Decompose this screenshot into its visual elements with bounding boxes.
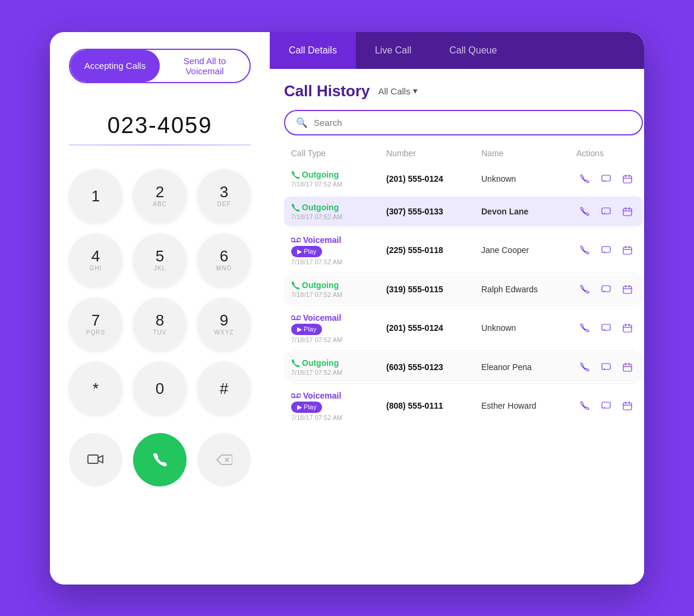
call-action-message-icon[interactable] [598, 242, 614, 258]
call-action-message-icon[interactable] [598, 359, 614, 375]
right-panel: Call Details Live Call Call Queue Call H… [270, 32, 644, 585]
chevron-down-icon: ▾ [413, 86, 418, 96]
svg-rect-21 [602, 286, 610, 292]
call-action-message-icon[interactable] [598, 320, 614, 336]
dial-key-0[interactable]: 0 [133, 362, 187, 415]
call-name: Ralph Edwards [481, 285, 576, 294]
call-button[interactable] [133, 433, 187, 487]
call-action-phone-icon[interactable] [576, 397, 593, 414]
action-bar [69, 433, 251, 487]
row-divider [291, 305, 636, 306]
play-button[interactable]: ▶ Play [291, 246, 322, 257]
call-action-phone-icon[interactable] [576, 170, 593, 187]
video-call-button[interactable] [69, 433, 122, 487]
dial-key-1[interactable]: 1 [69, 169, 122, 223]
toggle-bar: Accepting Calls Send All to Voicemail [69, 49, 251, 83]
dial-key-3[interactable]: 3DEF [197, 169, 251, 223]
svg-rect-30 [623, 325, 632, 332]
svg-point-14 [297, 238, 301, 242]
svg-rect-16 [602, 247, 610, 252]
svg-rect-29 [602, 324, 610, 330]
dial-key-9[interactable]: 9WXYZ [197, 298, 251, 351]
search-input[interactable] [314, 118, 631, 128]
phone-divider [69, 144, 251, 146]
table-header: Call Type Number Name Actions [284, 145, 643, 162]
accepting-calls-button[interactable]: Accepting Calls [70, 50, 160, 82]
search-icon: 🔍 [296, 117, 308, 128]
call-row[interactable]: Outgoing7/18/17 07:52 AM(603) 555-0123El… [284, 352, 643, 382]
call-type-cell: Outgoing7/18/17 07:52 AM [291, 170, 386, 188]
call-name: Unknown [481, 174, 576, 184]
call-number: (201) 555-0124 [386, 323, 481, 333]
dial-key-5[interactable]: 5JKL [133, 233, 187, 287]
filter-dropdown[interactable]: All Calls ▾ [378, 86, 418, 96]
svg-rect-17 [623, 247, 632, 254]
dialpad: 12ABC3DEF4GHI5JKL6MNO7PQRS8TUV9WXYZ*0# [69, 169, 251, 415]
call-name: Devon Lane [481, 207, 576, 216]
call-action-phone-icon[interactable] [576, 359, 593, 375]
col-number: Number [386, 149, 481, 158]
tab-live-call[interactable]: Live Call [356, 32, 430, 69]
call-type-cell: Voicemail▶ Play7/18/17 07:52 AM [291, 313, 386, 343]
right-content: Call History All Calls ▾ 🔍 Call Type Num… [270, 69, 644, 585]
dial-key-4[interactable]: 4GHI [69, 233, 122, 287]
call-action-calendar-icon[interactable] [619, 170, 636, 187]
call-type-cell: Voicemail▶ Play7/18/17 07:52 AM [291, 235, 386, 266]
svg-rect-9 [623, 209, 632, 216]
call-action-message-icon[interactable] [598, 170, 614, 187]
call-action-calendar-icon[interactable] [619, 281, 636, 298]
call-row[interactable]: Voicemail▶ Play7/18/17 07:52 AM(201) 555… [284, 307, 643, 349]
svg-point-40 [297, 394, 301, 397]
svg-rect-8 [602, 208, 610, 214]
call-name: Eleanor Pena [481, 362, 576, 372]
call-history-title: Call History [284, 82, 370, 100]
call-row[interactable]: Voicemail▶ Play7/18/17 07:52 AM(225) 555… [284, 229, 643, 271]
send-voicemail-button[interactable]: Send All to Voicemail [160, 50, 250, 82]
call-number: (201) 555-0124 [386, 174, 481, 184]
call-row[interactable]: Voicemail▶ Play7/18/17 07:52 AM(808) 555… [284, 385, 643, 427]
delete-button[interactable] [197, 433, 251, 487]
tab-call-queue[interactable]: Call Queue [430, 32, 516, 69]
col-call-type: Call Type [291, 149, 386, 158]
call-action-phone-icon[interactable] [576, 203, 593, 220]
call-action-phone-icon[interactable] [576, 242, 593, 258]
call-row[interactable]: Outgoing7/18/17 07:52 AM(319) 555-0115Ra… [284, 274, 643, 304]
dial-key-star[interactable]: * [69, 362, 122, 415]
call-name: Unknown [481, 323, 576, 333]
dial-key-7[interactable]: 7PQRS [69, 298, 122, 351]
svg-rect-34 [602, 364, 610, 369]
svg-point-27 [297, 316, 301, 320]
play-button[interactable]: ▶ Play [291, 324, 322, 335]
dial-key-2[interactable]: 2ABC [133, 169, 187, 223]
dial-key-8[interactable]: 8TUV [133, 298, 187, 351]
phone-display: 023-4059 [108, 113, 213, 138]
call-action-calendar-icon[interactable] [619, 359, 636, 375]
call-row[interactable]: Outgoing7/18/17 07:52 AM(201) 555-0124Un… [284, 164, 643, 194]
call-number: (225) 555-0118 [386, 245, 481, 255]
row-divider [291, 383, 636, 384]
call-action-calendar-icon[interactable] [619, 320, 636, 336]
call-action-calendar-icon[interactable] [619, 203, 636, 220]
svg-rect-43 [623, 403, 632, 410]
call-action-message-icon[interactable] [598, 203, 614, 220]
row-divider [291, 350, 636, 351]
svg-point-39 [291, 394, 295, 397]
call-action-calendar-icon[interactable] [619, 397, 636, 414]
call-type-cell: Voicemail▶ Play7/18/17 07:52 AM [291, 391, 386, 421]
row-divider [291, 273, 636, 273]
dial-key-hash[interactable]: # [197, 362, 251, 415]
row-divider [291, 228, 636, 228]
filter-label: All Calls [378, 86, 411, 96]
call-action-phone-icon[interactable] [576, 281, 593, 298]
svg-rect-3 [602, 175, 610, 181]
call-action-phone-icon[interactable] [576, 320, 593, 336]
call-action-message-icon[interactable] [598, 281, 614, 298]
call-row[interactable]: Outgoing7/18/17 07:52 AM(307) 555-0133De… [284, 197, 643, 226]
call-action-calendar-icon[interactable] [619, 242, 636, 258]
play-button[interactable]: ▶ Play [291, 402, 322, 413]
dial-key-6[interactable]: 6MNO [197, 233, 251, 287]
call-action-message-icon[interactable] [598, 397, 614, 414]
tab-call-details[interactable]: Call Details [270, 32, 356, 69]
call-number: (603) 555-0123 [386, 362, 481, 372]
call-history-header: Call History All Calls ▾ [284, 82, 643, 100]
